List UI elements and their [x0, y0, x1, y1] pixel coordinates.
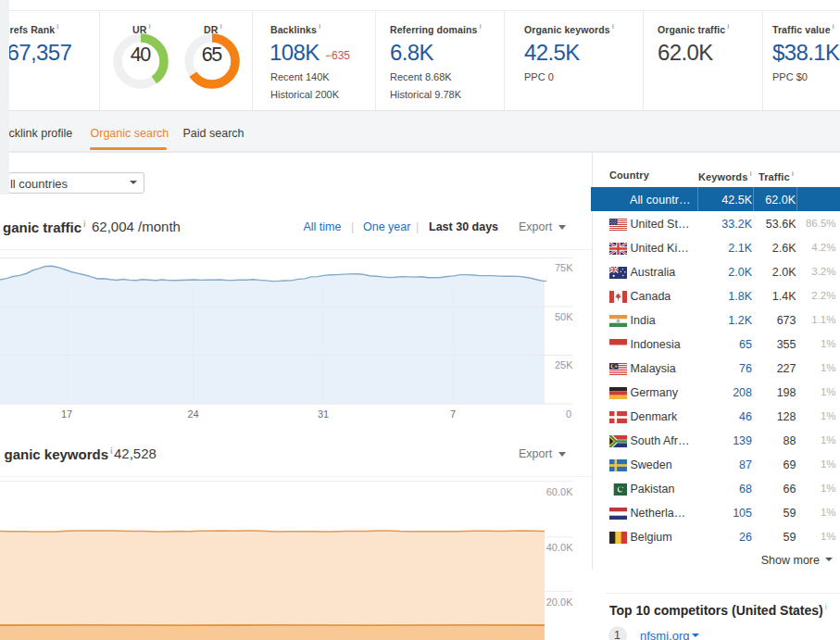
- svg-text:7: 7: [450, 408, 456, 420]
- svg-text:40.0K: 40.0K: [546, 542, 573, 553]
- svg-text:0: 0: [566, 408, 571, 420]
- svg-text:17: 17: [61, 408, 72, 420]
- svg-text:24: 24: [187, 408, 198, 420]
- svg-text:60.0K: 60.0K: [546, 486, 573, 497]
- svg-text:75K: 75K: [555, 262, 573, 273]
- svg-text:40: 40: [131, 44, 152, 66]
- svg-text:50K: 50K: [555, 311, 573, 322]
- svg-text:65: 65: [202, 44, 223, 66]
- svg-text:20.0K: 20.0K: [546, 596, 573, 608]
- svg-text:25K: 25K: [555, 359, 573, 370]
- svg-text:31: 31: [318, 408, 329, 420]
